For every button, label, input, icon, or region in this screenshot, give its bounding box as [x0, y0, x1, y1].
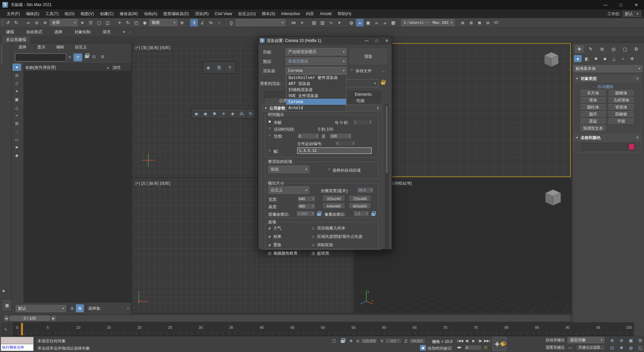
option-checkbox[interactable] — [268, 235, 272, 239]
ribbon-tab[interactable]: 建模 — [6, 29, 14, 35]
z-coordinate-field[interactable]: 64.815 — [409, 338, 425, 344]
key-tangent-icon[interactable]: 〰 — [568, 345, 572, 351]
lights-tab-icon[interactable]: ✺ — [592, 55, 600, 62]
selection-filter-dropdown[interactable]: 全部▼ — [50, 19, 78, 26]
selection-lock-icon[interactable] — [341, 339, 345, 344]
dialog-minimize-button[interactable]: — — [362, 37, 372, 45]
autogrid-label[interactable]: 自动栅格 — [597, 84, 613, 90]
track-bar[interactable]: 0510152025303540455055606570758085909510… — [12, 322, 634, 336]
single-frame-label[interactable]: 单帧 — [274, 120, 282, 126]
viewport-layout-icon[interactable]: ▦ — [389, 19, 397, 27]
overflow-chevrons-icon[interactable]: » — [127, 306, 129, 311]
preset-dropdown[interactable]: 未选定预设▼ — [286, 57, 347, 65]
object-type-button[interactable]: 圆锥体 — [608, 90, 635, 96]
list-tool-icon[interactable]: ≣ — [214, 62, 224, 73]
time-slider-track[interactable]: ◀ 0 / 100 ▶ — [3, 315, 570, 322]
maximize-viewport-icon[interactable]: ◱ — [636, 344, 644, 351]
save-file-label[interactable]: 保存文件 — [356, 68, 372, 74]
rectangular-selection-icon[interactable]: ▢ — [95, 19, 103, 27]
menu-item[interactable]: 编辑(E) — [23, 11, 42, 17]
project-folder-icon[interactable]: ▧ — [459, 19, 467, 27]
menu-item[interactable]: 动画(A) — [141, 11, 160, 17]
display-groups-icon[interactable]: ⊞ — [12, 120, 21, 127]
menu-item[interactable]: Interactive — [278, 11, 302, 16]
viewport-top-label[interactable]: [+] [顶] [标准] [线框] — [136, 45, 170, 51]
corona-light-icon[interactable]: ✺ — [210, 109, 219, 118]
zoom-region-icon[interactable]: ⊡ — [608, 344, 616, 351]
object-type-button[interactable]: 平面 — [608, 118, 635, 125]
corona-proxy-icon[interactable]: ♣ — [228, 109, 237, 118]
name-color-rollout-header[interactable]: ▼ 名称和颜色 ⠿ — [573, 134, 641, 141]
display-containers-icon[interactable]: ⚑ — [12, 144, 21, 151]
renderer-dropdown-item[interactable]: Arnold — [286, 105, 346, 111]
render-flyout-icon[interactable]: ☕ — [381, 19, 389, 27]
toolbar-drag-handle[interactable] — [2, 19, 3, 27]
aperture-spinner[interactable]: 36.0▲▼ — [357, 187, 374, 193]
forest-tool-icon[interactable]: ♣ — [203, 62, 213, 73]
ribbon-toggle-icon[interactable]: ▾ — [335, 19, 343, 27]
orbit-icon[interactable]: ◍ — [627, 344, 635, 351]
file-start-spinner[interactable]: 0▲▼ — [335, 140, 356, 146]
y-coordinate-field[interactable]: -0.0 — [385, 338, 401, 344]
go-to-end-icon[interactable]: ▶▶| — [484, 338, 490, 344]
option-checkbox-row[interactable]: 视频颜色检查 — [268, 251, 311, 256]
corona-camera-settings-icon[interactable]: ◙ — [201, 109, 210, 118]
menu-item[interactable]: 工具(T) — [43, 11, 61, 17]
object-type-button[interactable]: 圆柱体 — [580, 104, 606, 111]
civil-view-icon[interactable]: VC — [492, 19, 500, 27]
option-checkbox[interactable] — [311, 252, 315, 256]
workspace-dropdown[interactable]: 默认▼ — [623, 11, 641, 17]
set-key-big-button[interactable]: + — [492, 337, 506, 351]
cameras-tab-icon[interactable]: ◙ — [601, 55, 609, 62]
key-step-icons[interactable]: ◀▶ — [457, 346, 462, 349]
width-spinner[interactable]: 640▲▼ — [297, 196, 315, 202]
utilities-tab-icon[interactable]: ⚙ — [632, 45, 641, 53]
explorer-menu-item[interactable]: 自定义 — [75, 44, 87, 50]
next-frame-icon[interactable]: |▶ — [477, 338, 484, 344]
panel-expand-arrow-icon[interactable]: ▶ — [3, 289, 5, 293]
object-type-button[interactable]: 加强型文本 — [580, 125, 606, 132]
display-materials-icon[interactable]: ✱ — [12, 152, 21, 160]
zoom-extents-all-icon[interactable]: ⊞ — [636, 337, 644, 344]
ribbon-tab[interactable]: 选择 — [54, 29, 62, 35]
set-key-button[interactable]: 设置关键点 — [544, 344, 566, 351]
time-configuration-icon[interactable]: ◷ — [484, 345, 487, 350]
menu-item[interactable]: 脚本(S) — [259, 11, 278, 17]
ribbon-panel-polygon-modeling[interactable]: 多边形建模 — [2, 36, 30, 43]
display-geometry-icon[interactable]: ◎ — [12, 72, 21, 79]
save-file-checkbox[interactable] — [350, 68, 354, 72]
option-checkbox-row[interactable]: 超级黑 — [311, 251, 377, 256]
renderer-dropdown-item[interactable]: 扫描线渲染器 — [286, 87, 346, 93]
dialog-title-bar[interactable]: 3 渲染设置: Corona 10 (Hotfix 1) — □ ✕ — [258, 37, 392, 45]
redo-icon[interactable]: ↻ — [12, 19, 20, 27]
layer-explorer-icon[interactable]: ≣ — [70, 306, 74, 311]
create-tab-icon[interactable]: ✛ — [575, 45, 584, 53]
reference-coordinate-dropdown[interactable]: 视图▼ — [149, 19, 177, 26]
corona-sun-icon[interactable]: ☀ — [219, 109, 228, 118]
corona-interactive-icon[interactable]: ↻ — [247, 109, 255, 118]
object-type-button[interactable]: 几何球体 — [608, 97, 635, 103]
display-bones-icon[interactable]: ▭ — [12, 136, 21, 143]
snap-toggle-3d-icon[interactable]: 3 — [190, 19, 198, 27]
viewport-left-label[interactable]: [+] [左] [标准] [线框] — [136, 181, 170, 186]
auto-region-checkbox[interactable] — [327, 167, 331, 171]
search-filter-icon[interactable]: ▽ — [73, 53, 82, 61]
toggle-layer-explorer-icon[interactable]: ▥ — [319, 19, 326, 27]
ribbon-tab[interactable]: 自由形式 — [26, 29, 42, 35]
option-checkbox[interactable] — [311, 243, 315, 247]
option-checkbox[interactable] — [268, 226, 272, 230]
menu-item[interactable]: 帮助(H) — [335, 11, 354, 17]
object-type-button[interactable]: 球体 — [580, 97, 606, 103]
zoom-all-icon[interactable]: ⊛ — [617, 337, 626, 344]
material-editor-icon[interactable]: ◍ — [347, 19, 355, 27]
minimize-button[interactable]: — — [598, 0, 613, 9]
viewport-layout-tabs-button[interactable]: ▦ — [1, 299, 13, 312]
option-checkbox-row[interactable]: 置换 — [268, 242, 311, 248]
display-helpers-icon[interactable]: △ — [12, 104, 21, 111]
renderer-dropdown[interactable]: Corona▼ — [286, 67, 347, 74]
view-lock-icon[interactable] — [381, 81, 385, 86]
expand-hierarchy-icon[interactable]: ⊟ — [92, 54, 96, 59]
option-checkbox-row[interactable]: 大气 — [268, 225, 311, 231]
angle-snap-icon[interactable]: ∠ — [199, 19, 206, 27]
asset-tracking-icon[interactable]: ▩ — [476, 19, 483, 27]
